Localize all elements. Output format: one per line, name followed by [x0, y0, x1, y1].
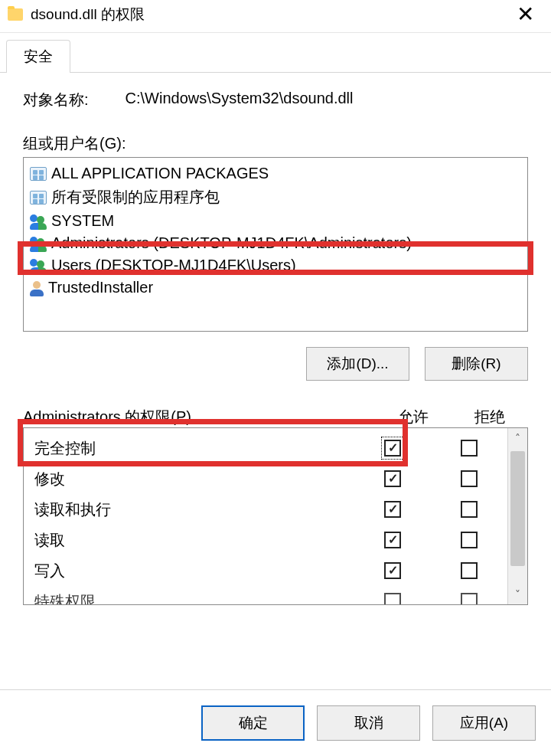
package-icon	[30, 167, 47, 181]
allow-checkbox[interactable]	[384, 593, 401, 604]
permissions-scroll-area: 完全控制 修改 读取和执行 读取	[24, 428, 507, 604]
list-item-label: 所有受限制的应用程序包	[51, 187, 220, 208]
dialog-footer: 确定 取消 应用(A)	[0, 689, 551, 756]
cancel-button[interactable]: 取消	[317, 705, 420, 741]
list-item-administrators[interactable]: Administrators (DESKTOP-MJ1D4FK\Administ…	[24, 232, 527, 254]
permission-name: 修改	[34, 469, 354, 489]
object-row: 对象名称: C:\Windows\System32\dsound.dll	[23, 90, 528, 110]
permission-name: 读取	[34, 530, 354, 551]
permission-name: 读取和执行	[34, 499, 354, 520]
scrollbar[interactable]: ˄ ˅	[507, 428, 527, 604]
permission-row: 写入	[34, 555, 507, 586]
permissions-header: Administrators 的权限(P) 允许 拒绝	[23, 407, 528, 427]
list-item[interactable]: ALL APPLICATION PACKAGES	[24, 162, 527, 185]
object-path: C:\Windows\System32\dsound.dll	[126, 90, 354, 110]
scroll-down-icon[interactable]: ˅	[508, 584, 527, 604]
deny-checkbox[interactable]	[461, 562, 478, 579]
object-label: 对象名称:	[23, 90, 89, 110]
permission-row: 完全控制	[34, 433, 507, 463]
users-icon	[30, 259, 47, 273]
groups-label: 组或用户名(G):	[23, 133, 528, 154]
list-item-label: ALL APPLICATION PACKAGES	[51, 165, 269, 182]
permission-row: 读取	[34, 525, 507, 555]
permission-name: 写入	[34, 561, 354, 581]
group-buttons: 添加(D)... 删除(R)	[23, 347, 528, 381]
permission-name: 完全控制	[34, 438, 354, 459]
groups-listbox[interactable]: ALL APPLICATION PACKAGES 所有受限制的应用程序包 SYS…	[23, 157, 528, 332]
package-icon	[30, 191, 47, 205]
person-icon	[30, 281, 44, 295]
allow-checkbox[interactable]	[384, 501, 401, 518]
deny-checkbox[interactable]	[461, 532, 478, 548]
remove-button[interactable]: 删除(R)	[425, 347, 528, 381]
permission-row: 特殊权限	[34, 586, 507, 604]
allow-checkbox[interactable]	[384, 470, 401, 487]
permission-row: 修改	[34, 463, 507, 494]
tab-security[interactable]: 安全	[6, 40, 70, 73]
tab-content: 对象名称: C:\Windows\System32\dsound.dll 组或用…	[0, 72, 551, 689]
permission-row: 读取和执行	[34, 494, 507, 525]
permission-name: 特殊权限	[34, 591, 354, 605]
allow-column-header: 允许	[375, 407, 452, 427]
scroll-up-icon[interactable]: ˄	[508, 428, 527, 448]
deny-checkbox[interactable]	[461, 440, 478, 457]
deny-column-header: 拒绝	[452, 407, 528, 427]
tab-strip: 安全	[0, 39, 551, 72]
list-item[interactable]: SYSTEM	[24, 210, 527, 232]
deny-checkbox[interactable]	[461, 501, 478, 518]
permissions-dialog: dsound.dll 的权限 ✕ 安全 对象名称: C:\Windows\Sys…	[0, 0, 551, 756]
allow-checkbox[interactable]	[384, 532, 401, 548]
apply-button[interactable]: 应用(A)	[432, 705, 536, 741]
list-item[interactable]: 所有受限制的应用程序包	[24, 185, 527, 210]
window-title: dsound.dll 的权限	[31, 5, 145, 25]
allow-checkbox[interactable]	[384, 562, 401, 579]
deny-checkbox[interactable]	[461, 470, 478, 487]
scroll-thumb[interactable]	[510, 451, 525, 566]
folder-icon	[8, 8, 23, 21]
list-item-label: TrustedInstaller	[48, 279, 153, 296]
titlebar: dsound.dll 的权限 ✕	[0, 0, 551, 33]
permissions-for-label: Administrators 的权限(P)	[23, 407, 375, 427]
close-button[interactable]: ✕	[509, 5, 542, 25]
permissions-listbox: 完全控制 修改 读取和执行 读取	[23, 427, 528, 605]
list-item-label: Users (DESKTOP-MJ1D4FK\Users)	[51, 257, 296, 274]
list-item-label: SYSTEM	[51, 212, 114, 230]
allow-checkbox[interactable]	[384, 440, 401, 457]
titlebar-left: dsound.dll 的权限	[8, 5, 145, 25]
add-button[interactable]: 添加(D)...	[306, 347, 409, 381]
deny-checkbox[interactable]	[461, 593, 478, 604]
ok-button[interactable]: 确定	[201, 705, 305, 741]
users-icon	[30, 237, 47, 250]
list-item[interactable]: Users (DESKTOP-MJ1D4FK\Users)	[24, 254, 527, 277]
list-item-label: Administrators (DESKTOP-MJ1D4FK\Administ…	[51, 234, 412, 252]
users-icon	[30, 214, 47, 228]
list-item[interactable]: TrustedInstaller	[24, 277, 527, 299]
